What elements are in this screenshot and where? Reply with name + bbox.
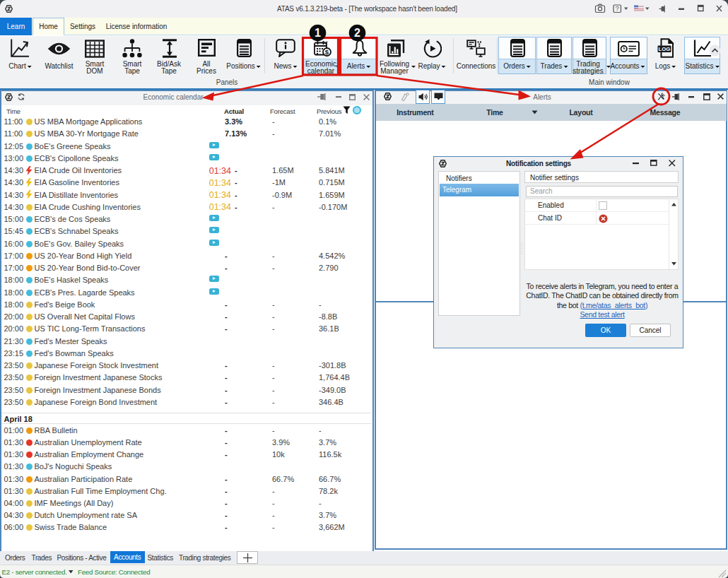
- svg-text:LOG: LOG: [659, 46, 671, 52]
- svg-text:?: ?: [616, 4, 619, 12]
- svg-text:$: $: [325, 48, 329, 56]
